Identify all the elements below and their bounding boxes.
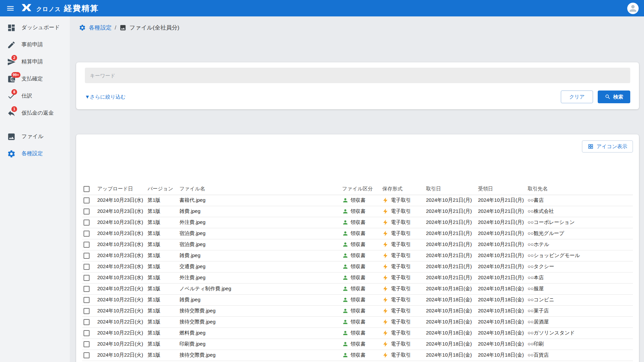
cell-file-name: 宿泊費.jpeg	[179, 228, 342, 239]
cell-category: 領収書	[342, 228, 382, 239]
row-checkbox[interactable]	[84, 352, 90, 358]
table-row[interactable]: 2024年10月23日(水) 第1版 宿泊費.jpeg 領収書 電子取引 202…	[82, 239, 633, 250]
cell-upload-date: 2024年10月23日(水)	[97, 228, 148, 239]
person-icon	[342, 241, 348, 248]
category-label: 領収書	[351, 197, 366, 203]
table-row[interactable]: 2024年10月23日(水) 第1版 雑費.jpeg 領収書 電子取引 2024…	[82, 206, 633, 217]
lightning-icon	[382, 297, 389, 303]
table-row[interactable]: 2024年10月22日(火) 第1版 印刷費.jpeg 領収書 電子取引 202…	[82, 339, 633, 350]
cell-vendor: ○○ショッピングモール	[528, 250, 633, 261]
sidebar-item-reimbursement[interactable]: 2 精算申請	[0, 53, 70, 70]
select-all-checkbox[interactable]	[84, 186, 90, 192]
row-checkbox[interactable]	[84, 231, 90, 237]
cell-version: 第1版	[148, 195, 179, 206]
clear-button[interactable]: クリア	[561, 90, 593, 103]
search-button[interactable]: 検索	[598, 90, 630, 103]
cell-transaction-date: 2024年10月21日(月)	[426, 206, 478, 217]
keyword-search-input[interactable]	[85, 68, 630, 83]
category-label: 領収書	[351, 275, 366, 281]
table-row[interactable]: 2024年10月23日(水) 第1版 外注費.jpeg 領収書 電子取引 202…	[82, 272, 633, 283]
cell-version: 第1版	[148, 283, 179, 294]
sidebar-item-label: ダッシュボード	[21, 24, 60, 31]
cell-version: 第1版	[148, 228, 179, 239]
table-row[interactable]: 2024年10月23日(水) 第1版 外注費.jpeg 領収書 電子取引 202…	[82, 217, 633, 228]
icon-view-toggle-button[interactable]: アイコン表示	[582, 140, 633, 153]
sidebar-item-label: 仮払金の返金	[21, 110, 54, 117]
user-avatar[interactable]	[627, 3, 639, 14]
row-checkbox[interactable]	[84, 319, 90, 325]
row-checkbox[interactable]	[84, 286, 90, 292]
table-row[interactable]: 2024年10月22日(火) 第1版 通信費.jpeg 領収書 電子取引 202…	[82, 361, 633, 362]
cell-upload-date: 2024年10月22日(火)	[97, 350, 148, 361]
format-label: 電子取引	[391, 263, 411, 270]
table-row[interactable]: 2024年10月22日(火) 第1版 燃料費.jpeg 領収書 電子取引 202…	[82, 327, 633, 339]
cell-file-name: 通信費.jpeg	[179, 361, 342, 362]
sidebar-item-dashboard[interactable]: ダッシュボード	[0, 19, 70, 36]
search-icon	[605, 94, 611, 100]
breadcrumb-settings-link[interactable]: 各種設定	[89, 24, 112, 32]
undo-icon: 1	[7, 109, 16, 118]
cell-receipt-date: 2024年10月21日(月)	[478, 261, 528, 272]
cell-vendor: ○○ガソリンスタンド	[528, 327, 633, 339]
cell-transaction-date: 2024年10月21日(月)	[426, 195, 478, 206]
column-receipt-date: 受領日	[478, 183, 528, 195]
table-row[interactable]: 2024年10月23日(水) 第1版 交通費.jpeg 領収書 電子取引 202…	[82, 261, 633, 272]
row-checkbox[interactable]	[84, 253, 90, 259]
row-checkbox[interactable]	[84, 308, 90, 314]
cell-receipt-date: 2024年10月18日(金)	[478, 327, 528, 339]
cell-version: 第1版	[148, 294, 179, 305]
table-row[interactable]: 2024年10月23日(水) 第1版 雑費.jpeg 領収書 電子取引 2024…	[82, 250, 633, 261]
image-file-icon	[119, 24, 126, 31]
format-label: 電子取引	[391, 319, 411, 325]
sidebar-item-refund[interactable]: 1 仮払金の返金	[0, 105, 70, 122]
cell-receipt-date: 2024年10月21日(月)	[478, 217, 528, 228]
sidebar-item-files[interactable]: ファイル	[0, 128, 70, 145]
row-checkbox[interactable]	[84, 275, 90, 281]
row-checkbox[interactable]	[84, 297, 90, 303]
sidebar-item-payment[interactable]: 99+ 支払確定	[0, 70, 70, 87]
row-checkbox[interactable]	[84, 208, 90, 215]
cell-category: 領収書	[342, 239, 382, 250]
cell-file-name: 雑費.jpeg	[179, 250, 342, 261]
cell-version: 第1版	[148, 361, 179, 362]
hamburger-menu-icon[interactable]	[5, 3, 15, 13]
lightning-icon	[382, 252, 389, 259]
app-title-main: 経費精算	[64, 3, 99, 14]
sidebar-item-label: 支払確定	[21, 75, 43, 82]
cell-upload-date: 2024年10月22日(火)	[97, 316, 148, 327]
cell-file-name: 交通費.jpeg	[179, 261, 342, 272]
cell-file-name: 雑費.jpeg	[179, 294, 342, 305]
sidebar-badge: 1	[11, 106, 17, 112]
sidebar: ダッシュボード 事前申請 2 精算申請 99+	[0, 16, 70, 362]
cell-file-name: 宿泊費.jpeg	[179, 239, 342, 250]
cell-version: 第1版	[148, 206, 179, 217]
cell-file-name: ノベルティ制作費.jpeg	[179, 283, 342, 294]
table-row[interactable]: 2024年10月23日(水) 第1版 書籍代.jpeg 領収書 電子取引 202…	[82, 195, 633, 206]
app-title-kana: クロノス	[36, 5, 61, 13]
more-filters-toggle[interactable]: ▼さらに絞り込む	[85, 94, 126, 100]
table-row[interactable]: 2024年10月22日(火) 第1版 ノベルティ制作費.jpeg 領収書 電子取…	[82, 283, 633, 294]
table-row[interactable]: 2024年10月22日(火) 第1版 接待交際費.jpeg 領収書 電子取引 2…	[82, 350, 633, 361]
breadcrumb-separator: /	[115, 24, 116, 31]
row-checkbox[interactable]	[84, 242, 90, 248]
table-row[interactable]: 2024年10月22日(火) 第1版 雑費.jpeg 領収書 電子取引 2024…	[82, 294, 633, 305]
row-checkbox[interactable]	[84, 341, 90, 347]
row-checkbox[interactable]	[84, 197, 90, 203]
row-checkbox[interactable]	[84, 330, 90, 336]
icon-view-toggle-label: アイコン表示	[597, 143, 627, 150]
table-row[interactable]: 2024年10月23日(水) 第1版 宿泊費.jpeg 領収書 電子取引 202…	[82, 228, 633, 239]
person-icon	[342, 319, 348, 325]
table-row[interactable]: 2024年10月22日(火) 第1版 接待交際費.jpeg 領収書 電子取引 2…	[82, 316, 633, 327]
sidebar-item-settings[interactable]: 各種設定	[0, 145, 70, 162]
table-row[interactable]: 2024年10月22日(火) 第1版 接待交際費.jpeg 領収書 電子取引 2…	[82, 305, 633, 316]
cell-category: 領収書	[342, 339, 382, 350]
sidebar-item-pre-application[interactable]: 事前申請	[0, 36, 70, 53]
cell-file-name: 燃料費.jpeg	[179, 327, 342, 339]
cell-format: 電子取引	[382, 316, 426, 327]
row-checkbox[interactable]	[84, 264, 90, 270]
row-checkbox[interactable]	[84, 220, 90, 226]
format-label: 電子取引	[391, 297, 411, 303]
sidebar-item-journal[interactable]: 8 仕訳	[0, 87, 70, 105]
category-label: 領収書	[351, 241, 366, 248]
breadcrumb: 各種設定 / ファイル(全社員分)	[79, 24, 636, 32]
